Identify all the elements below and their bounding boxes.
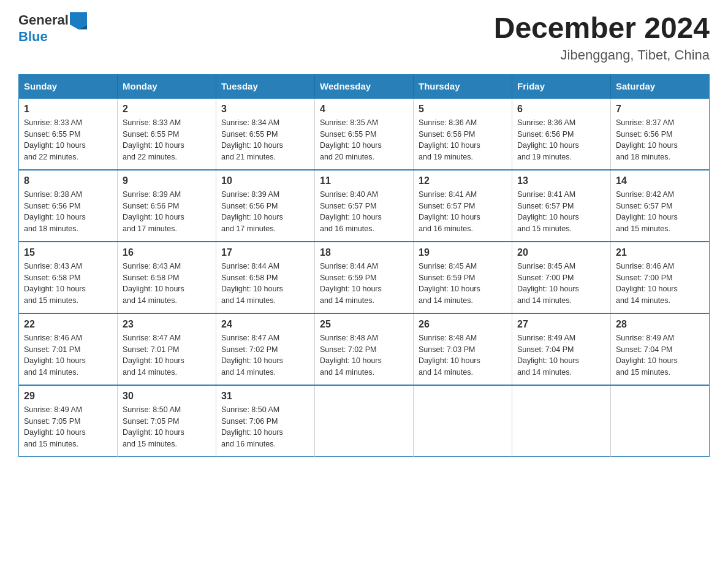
calendar-week-row: 15 Sunrise: 8:43 AM Sunset: 6:58 PM Dayl… [19, 242, 710, 313]
weekday-header-saturday: Saturday [611, 74, 710, 98]
calendar-day-cell: 18 Sunrise: 8:44 AM Sunset: 6:59 PM Dayl… [315, 242, 414, 313]
logo: General Blue [18, 12, 87, 44]
day-info: Sunrise: 8:48 AM Sunset: 7:02 PM Dayligh… [320, 332, 408, 378]
calendar-day-cell: 7 Sunrise: 8:37 AM Sunset: 6:56 PM Dayli… [611, 98, 710, 170]
calendar-day-cell: 9 Sunrise: 8:39 AM Sunset: 6:56 PM Dayli… [118, 170, 216, 242]
day-info: Sunrise: 8:39 AM Sunset: 6:56 PM Dayligh… [123, 189, 211, 235]
day-info: Sunrise: 8:45 AM Sunset: 6:59 PM Dayligh… [419, 261, 507, 307]
day-info: Sunrise: 8:48 AM Sunset: 7:03 PM Dayligh… [419, 332, 507, 378]
calendar-day-cell: 24 Sunrise: 8:47 AM Sunset: 7:02 PM Dayl… [216, 313, 315, 385]
day-info: Sunrise: 8:38 AM Sunset: 6:56 PM Dayligh… [24, 189, 112, 235]
weekday-header-tuesday: Tuesday [216, 74, 315, 98]
calendar-day-cell: 26 Sunrise: 8:48 AM Sunset: 7:03 PM Dayl… [414, 313, 512, 385]
day-info: Sunrise: 8:41 AM Sunset: 6:57 PM Dayligh… [419, 189, 507, 235]
day-info: Sunrise: 8:49 AM Sunset: 7:05 PM Dayligh… [24, 404, 112, 450]
day-info: Sunrise: 8:33 AM Sunset: 6:55 PM Dayligh… [24, 117, 112, 163]
calendar-week-row: 22 Sunrise: 8:46 AM Sunset: 7:01 PM Dayl… [19, 313, 710, 385]
page-header: General Blue December 2024 Jibenggang, T… [18, 12, 710, 63]
calendar-day-cell: 29 Sunrise: 8:49 AM Sunset: 7:05 PM Dayl… [19, 385, 118, 457]
day-number: 14 [616, 175, 704, 186]
day-number: 31 [221, 391, 309, 402]
calendar-week-row: 8 Sunrise: 8:38 AM Sunset: 6:56 PM Dayli… [19, 170, 710, 242]
day-info: Sunrise: 8:45 AM Sunset: 7:00 PM Dayligh… [517, 261, 605, 307]
calendar-day-cell: 11 Sunrise: 8:40 AM Sunset: 6:57 PM Dayl… [315, 170, 414, 242]
day-info: Sunrise: 8:50 AM Sunset: 7:06 PM Dayligh… [221, 404, 309, 450]
day-info: Sunrise: 8:37 AM Sunset: 6:56 PM Dayligh… [616, 117, 704, 163]
calendar-day-cell: 21 Sunrise: 8:46 AM Sunset: 7:00 PM Dayl… [611, 242, 710, 313]
day-info: Sunrise: 8:43 AM Sunset: 6:58 PM Dayligh… [123, 261, 211, 307]
calendar-day-cell: 2 Sunrise: 8:33 AM Sunset: 6:55 PM Dayli… [118, 98, 216, 170]
day-info: Sunrise: 8:33 AM Sunset: 6:55 PM Dayligh… [123, 117, 211, 163]
calendar-day-cell: 5 Sunrise: 8:36 AM Sunset: 6:56 PM Dayli… [414, 98, 512, 170]
calendar-week-row: 1 Sunrise: 8:33 AM Sunset: 6:55 PM Dayli… [19, 98, 710, 170]
logo-icon [70, 12, 87, 29]
day-number: 24 [221, 319, 309, 330]
day-number: 16 [123, 247, 211, 258]
calendar-day-cell: 23 Sunrise: 8:47 AM Sunset: 7:01 PM Dayl… [118, 313, 216, 385]
calendar-day-cell: 20 Sunrise: 8:45 AM Sunset: 7:00 PM Dayl… [512, 242, 611, 313]
calendar-day-cell: 30 Sunrise: 8:50 AM Sunset: 7:05 PM Dayl… [118, 385, 216, 457]
day-number: 2 [123, 104, 211, 115]
calendar-day-cell: 14 Sunrise: 8:42 AM Sunset: 6:57 PM Dayl… [611, 170, 710, 242]
calendar-table: SundayMondayTuesdayWednesdayThursdayFrid… [18, 74, 710, 457]
day-number: 5 [419, 104, 507, 115]
day-number: 3 [221, 104, 309, 115]
day-info: Sunrise: 8:34 AM Sunset: 6:55 PM Dayligh… [221, 117, 309, 163]
calendar-day-cell [512, 385, 611, 457]
day-number: 12 [419, 175, 507, 186]
day-number: 30 [123, 391, 211, 402]
calendar-day-cell: 19 Sunrise: 8:45 AM Sunset: 6:59 PM Dayl… [414, 242, 512, 313]
day-info: Sunrise: 8:47 AM Sunset: 7:01 PM Dayligh… [123, 332, 211, 378]
day-info: Sunrise: 8:49 AM Sunset: 7:04 PM Dayligh… [517, 332, 605, 378]
calendar-day-cell [414, 385, 512, 457]
calendar-day-cell: 27 Sunrise: 8:49 AM Sunset: 7:04 PM Dayl… [512, 313, 611, 385]
month-year-title: December 2024 [494, 12, 710, 45]
weekday-header-monday: Monday [118, 74, 216, 98]
day-info: Sunrise: 8:41 AM Sunset: 6:57 PM Dayligh… [517, 189, 605, 235]
day-number: 27 [517, 319, 605, 330]
location-subtitle: Jibenggang, Tibet, China [494, 47, 710, 63]
calendar-day-cell: 25 Sunrise: 8:48 AM Sunset: 7:02 PM Dayl… [315, 313, 414, 385]
day-number: 1 [24, 104, 112, 115]
day-number: 13 [517, 175, 605, 186]
day-info: Sunrise: 8:46 AM Sunset: 7:01 PM Dayligh… [24, 332, 112, 378]
day-info: Sunrise: 8:50 AM Sunset: 7:05 PM Dayligh… [123, 404, 211, 450]
calendar-day-cell: 10 Sunrise: 8:39 AM Sunset: 6:56 PM Dayl… [216, 170, 315, 242]
day-number: 26 [419, 319, 507, 330]
day-number: 25 [320, 319, 408, 330]
calendar-day-cell: 12 Sunrise: 8:41 AM Sunset: 6:57 PM Dayl… [414, 170, 512, 242]
day-number: 20 [517, 247, 605, 258]
day-info: Sunrise: 8:39 AM Sunset: 6:56 PM Dayligh… [221, 189, 309, 235]
calendar-day-cell: 13 Sunrise: 8:41 AM Sunset: 6:57 PM Dayl… [512, 170, 611, 242]
calendar-day-cell: 17 Sunrise: 8:44 AM Sunset: 6:58 PM Dayl… [216, 242, 315, 313]
calendar-day-cell: 31 Sunrise: 8:50 AM Sunset: 7:06 PM Dayl… [216, 385, 315, 457]
calendar-day-cell: 28 Sunrise: 8:49 AM Sunset: 7:04 PM Dayl… [611, 313, 710, 385]
calendar-day-cell: 22 Sunrise: 8:46 AM Sunset: 7:01 PM Dayl… [19, 313, 118, 385]
calendar-day-cell: 6 Sunrise: 8:36 AM Sunset: 6:56 PM Dayli… [512, 98, 611, 170]
day-number: 15 [24, 247, 112, 258]
day-number: 21 [616, 247, 704, 258]
day-number: 22 [24, 319, 112, 330]
title-block: December 2024 Jibenggang, Tibet, China [494, 12, 710, 63]
day-number: 11 [320, 175, 408, 186]
calendar-day-cell: 3 Sunrise: 8:34 AM Sunset: 6:55 PM Dayli… [216, 98, 315, 170]
day-info: Sunrise: 8:43 AM Sunset: 6:58 PM Dayligh… [24, 261, 112, 307]
calendar-day-cell: 8 Sunrise: 8:38 AM Sunset: 6:56 PM Dayli… [19, 170, 118, 242]
day-number: 6 [517, 104, 605, 115]
day-info: Sunrise: 8:44 AM Sunset: 6:59 PM Dayligh… [320, 261, 408, 307]
day-number: 19 [419, 247, 507, 258]
day-info: Sunrise: 8:47 AM Sunset: 7:02 PM Dayligh… [221, 332, 309, 378]
calendar-day-cell [315, 385, 414, 457]
weekday-header-wednesday: Wednesday [315, 74, 414, 98]
weekday-header-thursday: Thursday [414, 74, 512, 98]
day-number: 23 [123, 319, 211, 330]
day-number: 8 [24, 175, 112, 186]
calendar-day-cell: 16 Sunrise: 8:43 AM Sunset: 6:58 PM Dayl… [118, 242, 216, 313]
day-number: 4 [320, 104, 408, 115]
calendar-day-cell: 4 Sunrise: 8:35 AM Sunset: 6:55 PM Dayli… [315, 98, 414, 170]
day-info: Sunrise: 8:36 AM Sunset: 6:56 PM Dayligh… [419, 117, 507, 163]
weekday-header-row: SundayMondayTuesdayWednesdayThursdayFrid… [19, 74, 710, 98]
day-number: 7 [616, 104, 704, 115]
day-info: Sunrise: 8:44 AM Sunset: 6:58 PM Dayligh… [221, 261, 309, 307]
day-number: 28 [616, 319, 704, 330]
